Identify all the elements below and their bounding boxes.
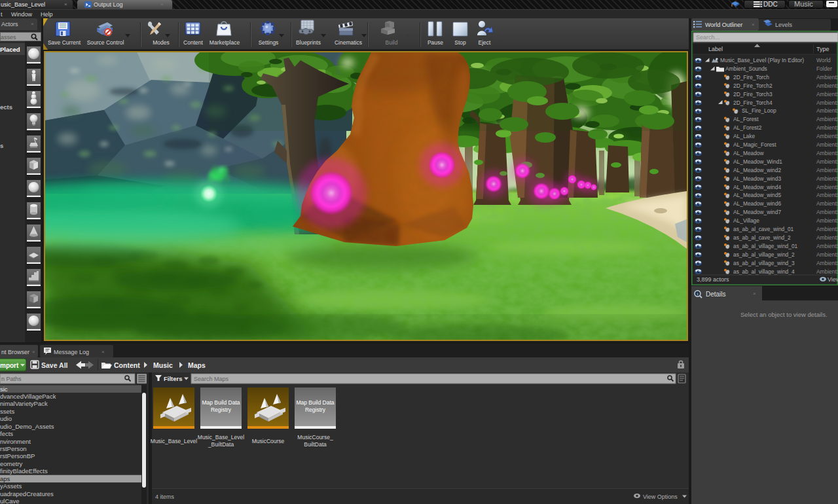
svg-text:ulCave: ulCave xyxy=(0,497,20,504)
svg-text:View Options: View Options xyxy=(643,494,678,500)
svg-text:4 items: 4 items xyxy=(155,494,175,500)
svg-text:AmbientS: AmbientS xyxy=(816,268,838,275)
svg-text:Message Log: Message Log xyxy=(54,349,89,355)
svg-text:n Paths: n Paths xyxy=(1,376,22,382)
svg-text:Settings: Settings xyxy=(259,39,279,46)
svg-text:as_ab_al_cave_wind_2: as_ab_al_cave_wind_2 xyxy=(733,234,791,241)
svg-text:Registry: Registry xyxy=(211,406,232,413)
svg-text:Stop: Stop xyxy=(454,39,466,46)
svg-text:Search...: Search... xyxy=(696,34,720,41)
svg-text:AmbientS: AmbientS xyxy=(816,209,838,215)
svg-text:Content: Content xyxy=(183,39,203,46)
svg-text:AmbientS: AmbientS xyxy=(816,243,838,249)
svg-text:i: i xyxy=(697,291,699,297)
svg-text:udio_Demo_Assets: udio_Demo_Assets xyxy=(0,423,54,430)
svg-text:AL_Meadow_wind2: AL_Meadow_wind2 xyxy=(733,167,781,173)
svg-text:Search Maps: Search Maps xyxy=(194,376,229,382)
svg-text:2D_Fire_Torch2: 2D_Fire_Torch2 xyxy=(733,82,773,89)
svg-text:AL_Forest: AL_Forest xyxy=(733,116,759,122)
svg-text:BuiltData: BuiltData xyxy=(304,441,327,448)
svg-text:as_ab_al_village_wind_2: as_ab_al_village_wind_2 xyxy=(733,251,795,258)
svg-text:AmbientS: AmbientS xyxy=(816,167,838,173)
svg-text:View: View xyxy=(828,276,838,283)
svg-text:AmbientS: AmbientS xyxy=(816,217,838,224)
svg-text:Filters: Filters xyxy=(164,375,183,382)
svg-text:×: × xyxy=(752,22,755,27)
svg-text:×: × xyxy=(32,349,35,355)
svg-text:fects: fects xyxy=(0,430,13,437)
svg-text:AmbientS: AmbientS xyxy=(816,192,838,198)
svg-text:Source Control: Source Control xyxy=(87,39,124,46)
svg-text:3,899 actors: 3,899 actors xyxy=(697,276,729,283)
svg-text:AmbientS: AmbientS xyxy=(816,91,838,98)
svg-text:as_ab_al_village_wind_01: as_ab_al_village_wind_01 xyxy=(733,243,798,249)
svg-text:AmbientS: AmbientS xyxy=(816,184,838,190)
svg-text:AmbientS: AmbientS xyxy=(816,251,838,258)
svg-text:AmbientS: AmbientS xyxy=(816,234,838,241)
svg-text:Blueprints: Blueprints xyxy=(296,39,321,46)
svg-text:MusicCourse_: MusicCourse_ xyxy=(297,434,333,441)
svg-text:Cinematics: Cinematics xyxy=(335,39,362,46)
svg-text:AmbientS: AmbientS xyxy=(816,150,838,156)
svg-text:Levels: Levels xyxy=(775,22,793,28)
svg-text:AL_Meadow_wind4: AL_Meadow_wind4 xyxy=(733,184,781,190)
svg-text:Eject: Eject xyxy=(479,39,492,46)
svg-text:ssets: ssets xyxy=(0,408,14,415)
svg-text:as_ab_al_village_wind_4: as_ab_al_village_wind_4 xyxy=(733,268,795,275)
svg-text:yAssets: yAssets xyxy=(0,482,22,490)
svg-text:AmbientS: AmbientS xyxy=(816,175,838,182)
svg-text:AmbientS: AmbientS xyxy=(816,200,838,207)
svg-text:Modes: Modes xyxy=(153,39,170,46)
svg-text:Content: Content xyxy=(114,361,140,369)
svg-text:Map Build Data: Map Build Data xyxy=(202,399,240,406)
svg-text:aps: aps xyxy=(0,475,10,482)
svg-text:Folder: Folder xyxy=(816,65,832,72)
svg-text:AmbientS: AmbientS xyxy=(816,107,838,114)
svg-text:Save All: Save All xyxy=(41,361,68,369)
svg-text:AmbientS: AmbientS xyxy=(816,82,838,89)
svg-text:as_ab_al_village_wind_3: as_ab_al_village_wind_3 xyxy=(733,260,795,266)
svg-text:as_ab_al_cave_wind_01: as_ab_al_cave_wind_01 xyxy=(733,226,794,232)
svg-text:Music: Music xyxy=(153,361,173,369)
svg-text:Maps: Maps xyxy=(188,361,206,369)
svg-text:nvironment: nvironment xyxy=(0,438,31,445)
svg-text:Build: Build xyxy=(386,39,398,46)
svg-text:AL_Meadow_wind5: AL_Meadow_wind5 xyxy=(733,192,781,198)
svg-text:Ambient_Sounds: Ambient_Sounds xyxy=(725,65,767,72)
svg-text:Pause: Pause xyxy=(428,39,443,46)
svg-text:sic: sic xyxy=(0,386,8,393)
svg-text:eometry: eometry xyxy=(0,460,23,467)
svg-text:AL_Magic_Forest: AL_Magic_Forest xyxy=(733,141,776,148)
svg-text:rstPersonBP: rstPersonBP xyxy=(0,452,35,459)
svg-text:udio: udio xyxy=(0,415,12,422)
svg-text:Music_Base_Level (Play In Edit: Music_Base_Level (Play In Editor) xyxy=(720,57,804,63)
svg-text:Registry: Registry xyxy=(305,406,326,413)
svg-text:Marketplace: Marketplace xyxy=(210,39,240,46)
svg-text:Save Current: Save Current xyxy=(48,39,81,46)
svg-text:AmbientS: AmbientS xyxy=(816,116,838,122)
svg-text:SL_Fire_Loop: SL_Fire_Loop xyxy=(742,107,776,114)
svg-text:Map Build Data: Map Build Data xyxy=(296,399,334,406)
svg-text:AL_Forest2: AL_Forest2 xyxy=(733,124,762,131)
svg-text:_BuiltData: _BuiltData xyxy=(208,441,234,448)
svg-text:AL_Meadow_wind7: AL_Meadow_wind7 xyxy=(733,209,781,215)
svg-text:AmbientS: AmbientS xyxy=(816,260,838,266)
svg-text:uadrapedCreatures: uadrapedCreatures xyxy=(0,490,54,497)
svg-text:Label: Label xyxy=(708,46,723,52)
svg-text:Music_Base_Level: Music_Base_Level xyxy=(198,434,244,441)
svg-text:dvancedVillagePack: dvancedVillagePack xyxy=(0,393,56,400)
svg-text:Type: Type xyxy=(816,46,829,52)
svg-text:AL_Lake: AL_Lake xyxy=(733,133,755,139)
svg-text:mport: mport xyxy=(0,362,19,369)
svg-text:Music_Base_Level: Music_Base_Level xyxy=(151,438,197,444)
svg-text:2D_Fire_Torch: 2D_Fire_Torch xyxy=(733,74,769,81)
svg-text:AmbientS: AmbientS xyxy=(816,141,838,148)
svg-text:nimalVarietyPack: nimalVarietyPack xyxy=(0,400,48,407)
svg-text:AmbientS: AmbientS xyxy=(816,99,838,106)
svg-text:AmbientS: AmbientS xyxy=(816,74,838,81)
svg-text:2D_Fire_Torch3: 2D_Fire_Torch3 xyxy=(733,91,773,98)
svg-text:×: × xyxy=(101,349,105,355)
svg-text:AL_Meadow: AL_Meadow xyxy=(733,150,765,156)
svg-text:MusicCourse: MusicCourse xyxy=(252,438,285,444)
svg-text:finityBladeEffects: finityBladeEffects xyxy=(0,467,48,475)
